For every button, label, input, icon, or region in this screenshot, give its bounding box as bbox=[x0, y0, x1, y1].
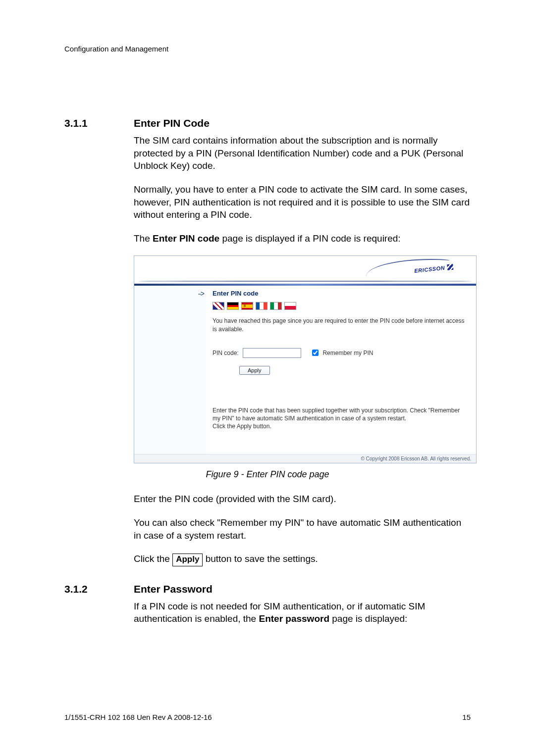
apply-inline-button: Apply bbox=[172, 554, 203, 566]
help-line: Click the Apply button. bbox=[213, 422, 469, 430]
section-title: Enter PIN Code bbox=[134, 117, 210, 129]
section-312-heading: 3.1.2 Enter Password bbox=[64, 583, 471, 595]
pin-code-label: PIN code: bbox=[213, 350, 239, 356]
apply-button[interactable]: Apply bbox=[239, 366, 270, 375]
shot-copyright: © Copyright 2008 Ericsson AB. All rights… bbox=[134, 454, 476, 463]
para: You can also check "Remember my PIN" to … bbox=[134, 516, 471, 542]
para: Normally, you have to enter a PIN code t… bbox=[134, 183, 471, 221]
nav-arrow-icon: ···> bbox=[198, 290, 204, 298]
after-figure-body: Enter the PIN code (provided with the SI… bbox=[134, 493, 471, 566]
text: Click the bbox=[134, 554, 172, 564]
para: Enter the PIN code (provided with the SI… bbox=[134, 493, 471, 505]
para: If a PIN code is not needed for SIM auth… bbox=[134, 600, 471, 625]
flag-es-icon[interactable] bbox=[241, 302, 253, 310]
flag-uk-icon[interactable] bbox=[213, 302, 224, 310]
pin-input-row: PIN code: Remember my PIN bbox=[213, 348, 469, 358]
flag-de-icon[interactable] bbox=[227, 302, 239, 310]
flag-pl-icon[interactable] bbox=[284, 302, 296, 310]
section-311-body: The SIM card contains information about … bbox=[134, 134, 471, 245]
bold-text: Enter PIN code bbox=[153, 233, 219, 244]
help-line: Enter the PIN code that has been supplie… bbox=[213, 406, 469, 422]
section-number: 3.1.1 bbox=[64, 117, 134, 129]
shot-header-graphic: ERICSSON bbox=[134, 256, 476, 284]
page-header: Configuration and Management bbox=[64, 45, 471, 53]
flag-fr-icon[interactable] bbox=[256, 302, 268, 310]
language-flags bbox=[213, 302, 469, 310]
flag-it-icon[interactable] bbox=[270, 302, 282, 310]
section-title: Enter Password bbox=[134, 583, 213, 595]
page-number: 15 bbox=[462, 713, 471, 721]
shot-title: Enter PIN code bbox=[213, 290, 469, 297]
shot-help-text: Enter the PIN code that has been supplie… bbox=[213, 406, 469, 431]
para: The Enter PIN code page is displayed if … bbox=[134, 232, 471, 245]
bold-text: Enter password bbox=[259, 613, 329, 624]
remember-pin-label: Remember my PIN bbox=[322, 350, 373, 356]
remember-pin-checkbox[interactable] bbox=[312, 350, 319, 356]
text: The bbox=[134, 233, 153, 244]
para: The SIM card contains information about … bbox=[134, 134, 471, 172]
pin-screenshot: ERICSSON ···> Enter PIN code You have bbox=[134, 255, 477, 463]
shot-intro-text: You have reached this page since you are… bbox=[213, 317, 469, 333]
pin-code-input[interactable] bbox=[243, 348, 301, 358]
shot-main: Enter PIN code You have reached this pag… bbox=[207, 286, 476, 454]
section-311-heading: 3.1.1 Enter PIN Code bbox=[64, 117, 471, 129]
text: page is displayed: bbox=[329, 613, 407, 624]
section-number: 3.1.2 bbox=[64, 583, 134, 595]
footer-left: 1/1551-CRH 102 168 Uen Rev A 2008-12-16 bbox=[64, 713, 212, 721]
ericsson-stripes-icon bbox=[447, 264, 453, 270]
text: button to save the settings. bbox=[203, 554, 318, 564]
page-footer: 1/1551-CRH 102 168 Uen Rev A 2008-12-16 … bbox=[64, 713, 471, 721]
text: page is displayed if a PIN code is requi… bbox=[219, 233, 400, 244]
page: Configuration and Management 3.1.1 Enter… bbox=[0, 0, 535, 756]
figure-caption: Figure 9 - Enter PIN code page bbox=[64, 469, 471, 480]
shot-left-nav: ···> bbox=[134, 286, 207, 454]
section-312-body: If a PIN code is not needed for SIM auth… bbox=[134, 600, 471, 625]
para: Click the Apply button to save the setti… bbox=[134, 553, 471, 566]
